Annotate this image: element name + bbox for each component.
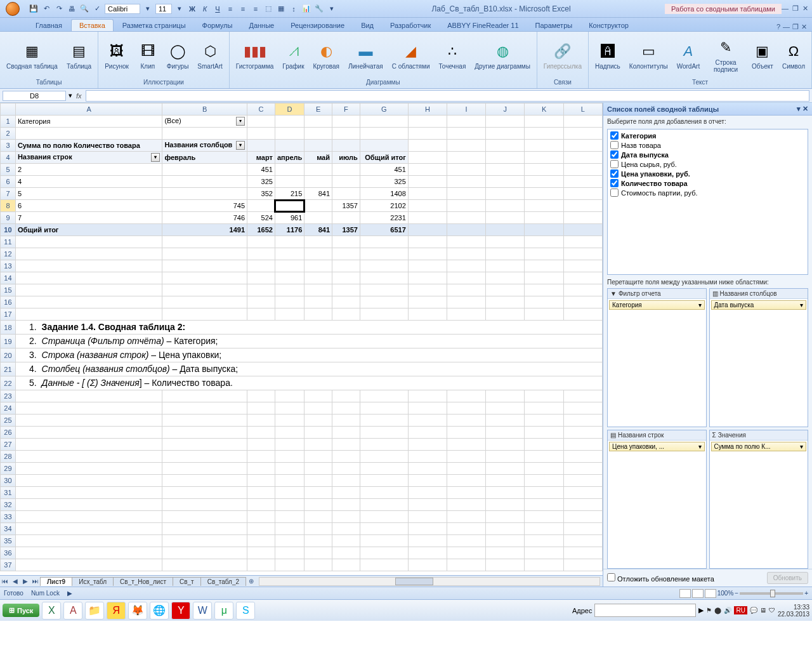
cell[interactable] [360, 535, 408, 547]
cell[interactable] [408, 116, 447, 128]
cell[interactable] [486, 164, 525, 176]
cell[interactable]: Общий итог [15, 224, 162, 236]
row-header[interactable]: 11 [1, 236, 16, 248]
row-header[interactable]: 32 [1, 499, 16, 511]
cell[interactable] [360, 475, 408, 487]
cell[interactable]: 1408 [360, 188, 408, 200]
cell[interactable] [304, 164, 332, 176]
page-layout-view-icon[interactable] [692, 589, 704, 598]
cell[interactable] [247, 390, 275, 402]
pie-chart-button[interactable]: ◐Круговая [311, 40, 342, 71]
cell[interactable] [275, 308, 304, 321]
worksheet-grid[interactable]: A B C D E F G H I J K L 1Категория(Все)▾ [0, 103, 603, 571]
tray-icon[interactable]: ⚑ [706, 607, 712, 614]
cell[interactable] [525, 200, 563, 212]
cell[interactable] [447, 200, 486, 212]
update-button[interactable]: Обновить [767, 572, 808, 584]
cell[interactable] [332, 212, 360, 224]
cell[interactable] [275, 116, 304, 128]
cell[interactable]: 352 [247, 188, 275, 200]
cell[interactable] [408, 152, 447, 164]
pivot-field-item[interactable]: Цена сырья, руб. [609, 159, 806, 169]
cell[interactable] [304, 523, 332, 535]
cell[interactable] [332, 164, 360, 176]
cell[interactable] [486, 284, 525, 296]
cell[interactable]: Названия столбцов▾ [162, 140, 247, 152]
cell[interactable]: 6517 [360, 224, 408, 236]
col-header-H[interactable]: H [408, 103, 447, 116]
cell[interactable] [486, 487, 525, 499]
dropdown-icon[interactable]: ▾ [174, 3, 185, 15]
cell[interactable] [447, 128, 486, 140]
cell[interactable] [162, 308, 247, 321]
cell[interactable] [525, 390, 563, 402]
cell[interactable] [525, 140, 563, 152]
cell[interactable] [332, 248, 360, 260]
col-header-L[interactable]: L [563, 103, 602, 116]
cell[interactable] [360, 296, 408, 308]
cell[interactable] [408, 236, 447, 248]
cell[interactable] [525, 248, 563, 260]
cell[interactable] [408, 176, 447, 188]
cell[interactable] [162, 535, 247, 547]
font-name-box[interactable]: Calibri [105, 4, 140, 14]
cell[interactable] [304, 499, 332, 511]
cell[interactable] [563, 236, 602, 248]
line-chart-button[interactable]: ⩘График [280, 40, 306, 71]
cell[interactable] [563, 176, 602, 188]
cell[interactable] [447, 272, 486, 284]
cell[interactable] [486, 188, 525, 200]
filter-dropdown-icon[interactable]: ▾ [236, 117, 245, 126]
cell[interactable] [486, 402, 525, 415]
col-header-G[interactable]: G [360, 103, 408, 116]
cell[interactable] [447, 523, 486, 535]
cell[interactable] [304, 140, 332, 152]
font-size-box[interactable]: 11 [155, 4, 172, 14]
pivot-field-item[interactable]: Назв товара [609, 140, 806, 150]
cell[interactable] [332, 499, 360, 511]
row-header[interactable]: 28 [1, 451, 16, 463]
cell[interactable] [447, 511, 486, 523]
object-button[interactable]: ▣Объект [749, 40, 776, 71]
underline-icon[interactable]: Ч [212, 3, 223, 15]
cell[interactable] [408, 390, 447, 402]
cell[interactable] [447, 140, 486, 152]
cell[interactable] [332, 475, 360, 487]
cell[interactable] [525, 523, 563, 535]
cell[interactable] [486, 272, 525, 284]
cell[interactable] [247, 487, 275, 499]
cell[interactable] [486, 236, 525, 248]
cell[interactable] [304, 212, 332, 224]
cell[interactable] [486, 152, 525, 164]
cell[interactable] [447, 224, 486, 236]
more-icon[interactable]: ▾ [326, 3, 337, 15]
cell[interactable]: 1.Задание 1.4. Сводная таблица 2: [15, 321, 602, 335]
cell[interactable] [304, 535, 332, 547]
row-header[interactable]: 29 [1, 463, 16, 475]
cell[interactable] [360, 260, 408, 272]
cell[interactable] [525, 152, 563, 164]
cell[interactable] [360, 308, 408, 321]
cell[interactable] [15, 260, 162, 272]
cell[interactable] [563, 547, 602, 559]
cell[interactable] [408, 164, 447, 176]
pivot-field-list[interactable]: КатегорияНазв товараДата выпускаЦена сыр… [607, 129, 808, 275]
row-header[interactable]: 30 [1, 475, 16, 487]
row-header[interactable]: 18 [1, 321, 16, 335]
drop-area-rows[interactable]: ▤Названия строк Цена упаковки, ...▾ [607, 430, 707, 569]
cell[interactable]: 7 [15, 212, 162, 224]
tab-view[interactable]: Вид [353, 20, 381, 31]
pivot-field-item[interactable]: Количество товара [609, 178, 806, 188]
field-checkbox[interactable] [610, 189, 619, 197]
row-labels-dropdown-icon[interactable]: ▾ [151, 153, 160, 162]
cell[interactable] [447, 559, 486, 571]
cell[interactable] [247, 284, 275, 296]
cell[interactable] [332, 511, 360, 523]
cell[interactable] [447, 487, 486, 499]
cell[interactable] [332, 390, 360, 402]
preview-icon[interactable]: 🔍 [79, 3, 90, 15]
cell[interactable]: Общий итог [360, 152, 408, 164]
row-header[interactable]: 12 [1, 248, 16, 260]
cell[interactable] [247, 439, 275, 451]
cell[interactable] [563, 499, 602, 511]
